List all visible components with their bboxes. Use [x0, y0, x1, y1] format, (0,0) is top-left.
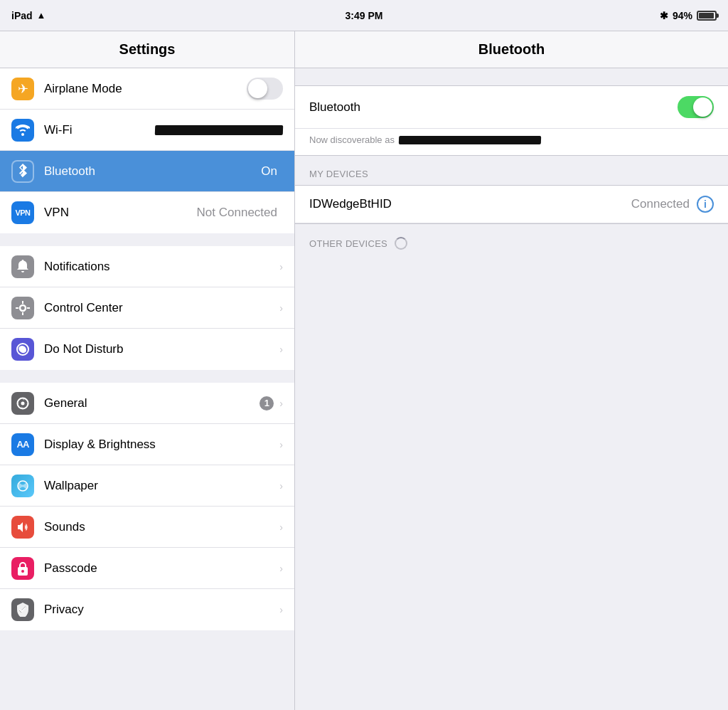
sidebar-item-general[interactable]: General 1 ›: [0, 383, 294, 424]
sidebar-item-notifications[interactable]: Notifications ›: [0, 246, 294, 287]
battery-icon: [697, 11, 717, 21]
sidebar-item-wallpaper[interactable]: Wallpaper ›: [0, 465, 294, 507]
svg-rect-2: [22, 312, 23, 315]
general-chevron: ›: [279, 398, 283, 409]
bt-main-row: Bluetooth: [295, 86, 728, 129]
sounds-chevron: ›: [279, 521, 283, 533]
bluetooth-content: Bluetooth Now discoverable as MY DEVICES…: [295, 68, 728, 710]
passcode-label: Passcode: [44, 561, 279, 576]
sidebar-item-bluetooth[interactable]: Bluetooth On: [0, 151, 294, 192]
airplane-icon: ✈: [11, 78, 34, 100]
bt-device-status: Connected: [631, 197, 690, 211]
vpn-value: Not Connected: [197, 206, 277, 220]
passcode-icon: [11, 557, 34, 580]
settings-title: Settings: [11, 41, 283, 58]
settings-group-network: ✈ Airplane Mode Wi-Fi: [0, 68, 294, 233]
bt-discoverable-row: Now discoverable as: [295, 129, 728, 155]
wallpaper-icon: [11, 475, 34, 497]
bluetooth-icon: [11, 160, 34, 183]
other-devices-label: OTHER DEVICES: [295, 224, 728, 255]
privacy-label: Privacy: [44, 603, 279, 617]
bt-device-name: IDWedgeBtHID: [309, 197, 631, 211]
device-label: iPad: [11, 10, 33, 21]
sidebar-item-sounds[interactable]: Sounds ›: [0, 507, 294, 548]
bluetooth-detail-header: Bluetooth: [295, 31, 728, 68]
airplane-mode-label: Airplane Mode: [44, 82, 247, 96]
status-left: iPad ▲: [11, 10, 46, 21]
bt-device-info-button[interactable]: i: [697, 196, 714, 213]
wifi-label: Wi-Fi: [44, 123, 152, 137]
svg-point-8: [21, 570, 24, 573]
privacy-icon: [11, 598, 34, 621]
sounds-label: Sounds: [44, 520, 279, 534]
sidebar-item-display-brightness[interactable]: AA Display & Brightness ›: [0, 424, 294, 465]
sidebar-item-airplane-mode[interactable]: ✈ Airplane Mode: [0, 68, 294, 110]
do-not-disturb-label: Do Not Disturb: [44, 342, 279, 356]
settings-group-personal: General 1 › AA Display & Brightness ›: [0, 383, 294, 630]
vpn-label-text: VPN: [44, 206, 197, 220]
control-center-icon: [11, 297, 34, 319]
notifications-chevron: ›: [279, 261, 283, 272]
notifications-icon: [11, 255, 34, 278]
bt-toggle-label: Bluetooth: [309, 100, 678, 115]
control-center-chevron: ›: [279, 302, 283, 314]
display-brightness-label: Display & Brightness: [44, 438, 279, 452]
privacy-chevron: ›: [279, 604, 283, 615]
wifi-settings-icon: [11, 119, 34, 142]
bluetooth-sidebar-label: Bluetooth: [44, 164, 261, 179]
bluetooth-toggle[interactable]: [678, 96, 714, 118]
svg-rect-1: [22, 301, 23, 304]
sounds-icon: [11, 516, 34, 539]
bt-toggle-section: Bluetooth Now discoverable as: [295, 85, 728, 156]
bluetooth-value: On: [261, 164, 277, 179]
bt-device-row[interactable]: IDWedgeBtHID Connected i: [295, 186, 728, 223]
airplane-mode-toggle[interactable]: [247, 78, 283, 100]
vpn-icon: VPN: [11, 201, 34, 224]
svg-point-0: [20, 305, 26, 311]
spacer-2: [0, 370, 294, 383]
display-brightness-chevron: ›: [279, 439, 283, 450]
bluetooth-panel-title: Bluetooth: [306, 41, 717, 58]
do-not-disturb-icon: [11, 338, 34, 361]
spacer-1: [0, 233, 294, 246]
sidebar-item-do-not-disturb[interactable]: Do Not Disturb ›: [0, 329, 294, 370]
sidebar-item-passcode[interactable]: Passcode ›: [0, 548, 294, 589]
svg-rect-4: [27, 307, 30, 309]
wifi-redacted: [155, 125, 283, 135]
general-badge: 1: [259, 396, 274, 410]
settings-list: ✈ Airplane Mode Wi-Fi: [0, 68, 294, 710]
my-devices-label: MY DEVICES: [295, 156, 728, 185]
settings-header: Settings: [0, 31, 294, 68]
status-time: 3:49 PM: [346, 10, 383, 21]
status-right: ✱ 94%: [660, 10, 717, 21]
scanning-spinner: [395, 237, 407, 250]
status-bar: iPad ▲ 3:49 PM ✱ 94%: [0, 0, 728, 31]
general-label: General: [44, 396, 259, 410]
settings-group-system: Notifications › Control Center: [0, 246, 294, 370]
control-center-label: Control Center: [44, 301, 279, 315]
sidebar-item-privacy[interactable]: Privacy ›: [0, 589, 294, 630]
wallpaper-label: Wallpaper: [44, 479, 279, 493]
display-brightness-icon: AA: [11, 433, 34, 456]
svg-rect-3: [16, 307, 18, 309]
wallpaper-chevron: ›: [279, 480, 283, 492]
bluetooth-status-icon: ✱: [660, 10, 668, 21]
passcode-chevron: ›: [279, 563, 283, 574]
notifications-label: Notifications: [44, 260, 279, 274]
discoverable-prefix: Now discoverable as: [309, 134, 395, 145]
bluetooth-panel: Bluetooth Bluetooth Now discoverable as …: [295, 31, 728, 710]
battery-fill: [699, 13, 714, 18]
bt-my-devices-section: IDWedgeBtHID Connected i: [295, 185, 728, 224]
settings-panel: Settings ✈ Airplane Mode: [0, 31, 295, 710]
svg-point-5: [21, 401, 25, 405]
sidebar-item-control-center[interactable]: Control Center ›: [0, 287, 294, 329]
wifi-icon: ▲: [37, 10, 46, 21]
general-icon: [11, 392, 34, 415]
do-not-disturb-chevron: ›: [279, 344, 283, 355]
sidebar-item-wifi[interactable]: Wi-Fi: [0, 110, 294, 151]
main-content: Settings ✈ Airplane Mode: [0, 31, 728, 710]
bt-other-section: OTHER DEVICES: [295, 224, 728, 255]
discoverable-name-redacted: [399, 136, 541, 144]
sidebar-item-vpn[interactable]: VPN VPN Not Connected: [0, 192, 294, 233]
battery-percent: 94%: [673, 10, 692, 21]
